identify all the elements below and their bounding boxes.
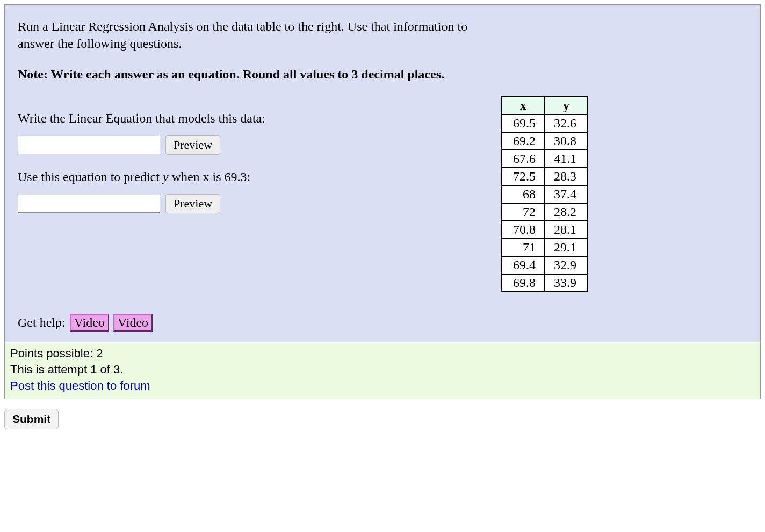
table-cell-x: 68 [502,185,545,203]
q2-prompt-pre: Use this equation to predict [18,170,163,184]
table-header-row: x y [502,97,588,114]
question-container: Run a Linear Regression Analysis on the … [4,4,761,399]
help-label: Get help: [18,315,66,329]
table-cell-y: 28.3 [545,168,588,185]
q2-prompt-var: y [163,170,169,184]
table-cell-y: 32.9 [545,256,588,274]
note-text: Note: Write each answer as an equation. … [18,66,747,84]
table-cell-x: 72 [502,203,545,221]
question-body: Run a Linear Regression Analysis on the … [5,5,760,342]
table-cell-x: 69.5 [502,114,545,132]
help-row: Get help: Video Video [18,314,747,332]
table-row: 69.833.9 [502,274,588,292]
table-cell-y: 33.9 [545,274,588,292]
q1-preview-button[interactable]: Preview [165,135,220,155]
q2-prompt: Use this equation to predict y when x is… [18,170,480,184]
data-table: x y 69.532.669.230.867.641.172.528.36837… [501,96,588,292]
question-footer: Points possible: 2 This is attempt 1 of … [5,342,760,399]
table-header-y: y [545,97,588,114]
table-row: 69.230.8 [502,132,588,150]
table-cell-y: 30.8 [545,132,588,150]
table-cell-y: 29.1 [545,239,588,256]
q1-prompt: Write the Linear Equation that models th… [18,111,480,126]
table-cell-y: 32.6 [545,114,588,132]
help-video-link-1[interactable]: Video [70,314,109,332]
table-row: 7129.1 [502,239,588,256]
q2-preview-button[interactable]: Preview [165,194,220,213]
table-cell-y: 41.1 [545,150,588,168]
post-to-forum-link[interactable]: Post this question to forum [10,378,755,394]
table-cell-x: 69.4 [502,256,545,274]
table-row: 69.532.6 [502,114,588,132]
table-cell-y: 28.1 [545,221,588,239]
table-cell-x: 69.8 [502,274,545,292]
table-cell-x: 71 [502,239,545,256]
table-cell-x: 69.2 [502,132,545,150]
table-row: 69.432.9 [502,256,588,274]
q2-prompt-post: when x is 69.3: [169,170,251,184]
q2-answer-input[interactable] [18,195,160,213]
table-row: 67.641.1 [502,150,588,168]
attempt-count: This is attempt 1 of 3. [10,362,755,378]
table-cell-x: 70.8 [502,221,545,239]
q1-answer-input[interactable] [18,136,160,154]
table-row: 70.828.1 [502,221,588,239]
table-cell-x: 67.6 [502,150,545,168]
table-row: 6837.4 [502,185,588,203]
table-cell-x: 72.5 [502,168,545,185]
table-cell-y: 28.2 [545,203,588,221]
submit-button[interactable]: Submit [4,409,59,429]
table-row: 72.528.3 [502,168,588,185]
table-header-x: x [502,97,545,114]
help-video-link-2[interactable]: Video [113,314,153,332]
table-row: 7228.2 [502,203,588,221]
intro-text: Run a Linear Regression Analysis on the … [18,18,490,53]
table-cell-y: 37.4 [545,185,588,203]
points-possible: Points possible: 2 [10,346,755,362]
